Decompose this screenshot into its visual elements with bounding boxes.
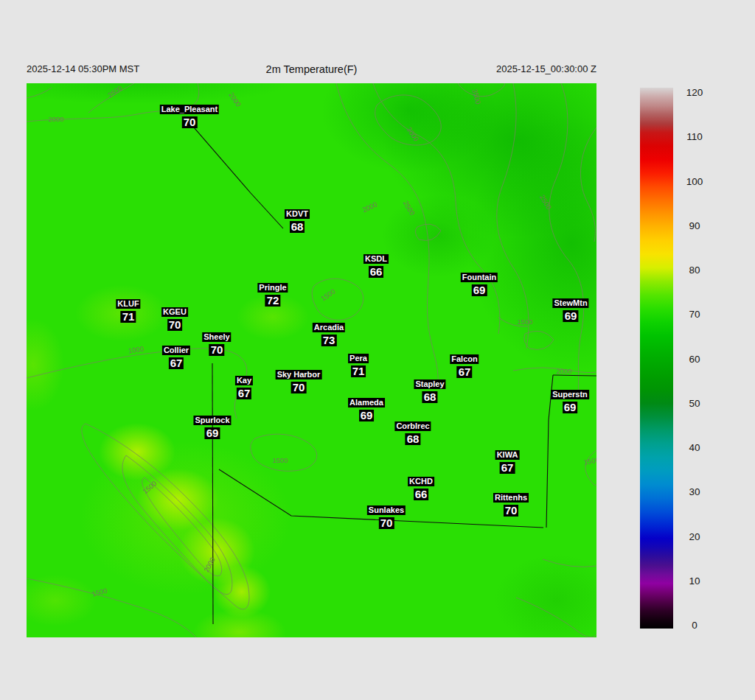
station-name-label: Sky Harbor xyxy=(276,370,322,379)
station-name-label: Kay xyxy=(235,376,253,385)
station-name-label: Falcon xyxy=(450,354,479,364)
contour-elevation-label: 1000 xyxy=(128,345,144,355)
weather-map-page: { "header": { "left_timestamp": "2025-12… xyxy=(0,0,755,700)
station-name-label: Fountain xyxy=(461,273,498,282)
station-temperature-value: 67 xyxy=(237,388,252,399)
station-temperature-value: 66 xyxy=(414,489,429,500)
colorbar-tick-label: 100 xyxy=(678,175,711,186)
contour-elevation-label: 2000 xyxy=(227,91,243,108)
station-temperature-value: 69 xyxy=(205,427,220,439)
station-name-label: Pera xyxy=(348,354,369,363)
contour-elevation-label: 2500 xyxy=(106,84,124,99)
contour-elevation-label: 1500 xyxy=(272,456,288,464)
contour-elevation-label: 2000 xyxy=(202,556,217,573)
station-temperature-value: 69 xyxy=(563,402,578,413)
county-boundary-line xyxy=(212,363,213,624)
colorbar-tick-label: 60 xyxy=(678,353,711,364)
station: KDVT68 xyxy=(285,206,310,234)
station: StewMtn69 xyxy=(552,295,588,323)
station-temperature-value: 67 xyxy=(500,462,515,474)
station-name-label: Superstn xyxy=(551,390,589,399)
station-temperature-value: 68 xyxy=(422,391,438,403)
station-temperature-value: 69 xyxy=(563,310,579,322)
station: Kay67 xyxy=(235,373,253,400)
station-temperature-value: 66 xyxy=(369,266,384,278)
station-name-label: Collier xyxy=(162,346,190,355)
station-name-label: KDVT xyxy=(285,209,310,219)
contour-elevation-label: 2000 xyxy=(48,115,63,123)
station-temperature-value: 70 xyxy=(291,382,307,393)
station: KCHD66 xyxy=(408,474,434,501)
station-name-label: Sunlakes xyxy=(367,505,406,515)
station: Arcadia73 xyxy=(313,320,345,347)
station: Superstn69 xyxy=(551,387,589,414)
station-temperature-value: 71 xyxy=(121,311,136,323)
station: KIWA67 xyxy=(495,447,520,475)
station-name-label: Pringle xyxy=(257,283,288,293)
terrain-contours-overlay: 2500200020003500300020002500250015001000… xyxy=(27,83,596,637)
contour-elevation-label: 1500 xyxy=(141,479,158,495)
station-name-label: KGEU xyxy=(161,307,188,317)
station-name-label: KLUF xyxy=(116,299,140,309)
station-name-label: Sheely xyxy=(202,332,231,342)
station: Alameda69 xyxy=(348,395,385,422)
station: Sky Harbor70 xyxy=(276,367,322,394)
station: Stapley68 xyxy=(414,377,445,404)
contour-elevation-label: 1500 xyxy=(517,318,532,326)
contour-elevation-label: 3500 xyxy=(470,88,482,105)
station-name-label: KIWA xyxy=(495,450,520,460)
colorbar-tick-label: 40 xyxy=(678,442,711,453)
station: Sunlakes70 xyxy=(367,503,406,530)
colorbar-tick-label: 110 xyxy=(678,131,711,142)
colorbar-tick-label: 0 xyxy=(678,620,711,631)
colorbar-tick-label: 10 xyxy=(678,575,711,586)
station-name-label: KCHD xyxy=(408,477,434,486)
station-temperature-value: 71 xyxy=(351,365,366,377)
colorbar-tick-labels: 1201101009080706050403020100 xyxy=(640,88,728,629)
station: Corblrec68 xyxy=(394,419,431,446)
station-temperature-value: 68 xyxy=(406,433,421,445)
station-temperature-value: 72 xyxy=(265,295,281,307)
station: Pera71 xyxy=(348,351,369,378)
station-temperature-value: 70 xyxy=(167,319,183,331)
county-boundary-line xyxy=(553,375,596,376)
station: Fountain69 xyxy=(461,270,498,297)
contour-elevation-label: 2000 xyxy=(556,367,571,375)
station-name-label: Rittenhs xyxy=(493,493,529,503)
temperature-field-map: 2500200020003500300020002500250015001000… xyxy=(27,83,596,637)
station-temperature-value: 73 xyxy=(321,335,337,346)
station-temperature-value: 68 xyxy=(290,221,305,233)
station-name-label: KSDL xyxy=(363,254,389,264)
station-temperature-value: 70 xyxy=(182,116,198,128)
station-temperature-value: 69 xyxy=(472,284,487,296)
station: Collier67 xyxy=(162,343,190,370)
station: Lake_Pleasant70 xyxy=(160,102,219,129)
station-name-label: Alameda xyxy=(348,398,385,407)
station-name-label: Lake_Pleasant xyxy=(160,105,219,114)
station-temperature-value: 69 xyxy=(359,410,375,421)
colorbar-tick-label: 20 xyxy=(678,531,711,542)
station-name-label: Corblrec xyxy=(394,421,431,431)
station-name-label: Arcadia xyxy=(313,323,345,332)
colorbar-tick-label: 120 xyxy=(678,87,711,98)
station-name-label: Stapley xyxy=(414,379,445,389)
station-temperature-value: 70 xyxy=(379,517,394,529)
station-temperature-value: 67 xyxy=(457,366,473,378)
station: Falcon67 xyxy=(450,351,479,379)
station-temperature-value: 67 xyxy=(169,357,184,369)
station: Pringle72 xyxy=(257,280,288,307)
station: Sheely70 xyxy=(202,329,231,357)
county-boundary-line xyxy=(184,116,283,228)
contour-elevation-label: 1500 xyxy=(583,455,596,466)
contour-elevation-label: 2500 xyxy=(402,199,417,217)
station: Rittenhs70 xyxy=(493,490,529,517)
contour-elevation-label: 1500 xyxy=(91,587,108,598)
station-temperature-value: 70 xyxy=(209,344,225,356)
contour-elevation-label: 1500 xyxy=(319,287,337,303)
station-name-label: Spurlock xyxy=(193,416,231,425)
colorbar-tick-label: 80 xyxy=(678,265,711,276)
station: KLUF71 xyxy=(116,296,140,323)
station-name-label: StewMtn xyxy=(552,298,588,308)
colorbar-tick-label: 50 xyxy=(678,397,711,408)
colorbar-tick-label: 70 xyxy=(678,309,711,320)
